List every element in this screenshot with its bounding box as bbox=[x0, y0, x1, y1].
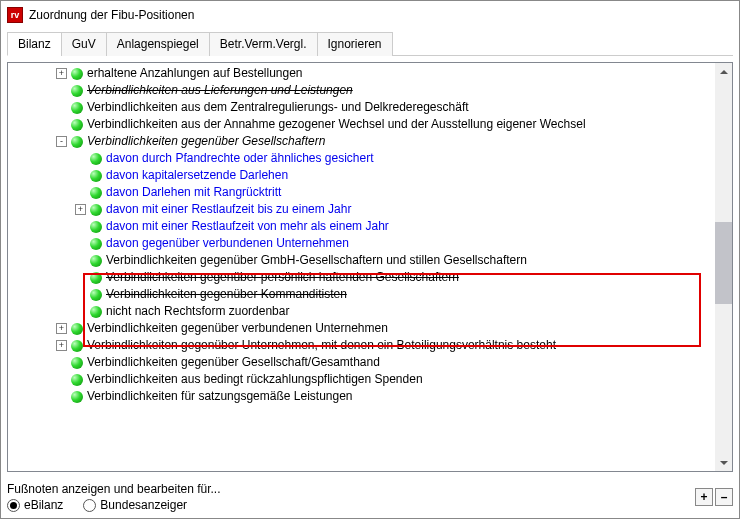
green-bullet-icon bbox=[71, 357, 83, 369]
expander-placeholder bbox=[75, 238, 86, 249]
footer-right: + – bbox=[695, 488, 733, 506]
titlebar: rv Zuordnung der Fibu-Positionen bbox=[1, 1, 739, 29]
tab-ignorieren[interactable]: Ignorieren bbox=[317, 32, 393, 56]
tree-row[interactable]: davon durch Pfandrechte oder ähnliches g… bbox=[8, 150, 715, 167]
tree-label: Verbindlichkeiten gegenüber Gesellschaft… bbox=[87, 354, 380, 371]
tree-row[interactable]: davon kapitalersetzende Darlehen bbox=[8, 167, 715, 184]
expander-placeholder bbox=[75, 255, 86, 266]
expander-placeholder bbox=[56, 374, 67, 385]
tree-label: davon Darlehen mit Rangrücktritt bbox=[106, 184, 281, 201]
scroll-up-button[interactable] bbox=[715, 63, 732, 80]
tab-anlagenspiegel[interactable]: Anlagenspiegel bbox=[106, 32, 210, 56]
green-bullet-icon bbox=[71, 68, 83, 80]
green-bullet-icon bbox=[71, 119, 83, 131]
expand-icon[interactable]: + bbox=[56, 68, 67, 79]
expander-placeholder bbox=[56, 391, 67, 402]
tab-betrvermvergl[interactable]: Betr.Verm.Vergl. bbox=[209, 32, 318, 56]
tree-row[interactable]: Verbindlichkeiten gegenüber GmbH-Gesells… bbox=[8, 252, 715, 269]
tab-bilanz[interactable]: Bilanz bbox=[7, 32, 62, 56]
tab-guv[interactable]: GuV bbox=[61, 32, 107, 56]
scroll-track[interactable] bbox=[715, 80, 732, 454]
green-bullet-icon bbox=[71, 323, 83, 335]
tree-row[interactable]: +Verbindlichkeiten gegenüber Unternehmen… bbox=[8, 337, 715, 354]
tree-label: erhaltene Anzahlungen auf Bestellungen bbox=[87, 65, 303, 82]
tree-row[interactable]: Verbindlichkeiten aus dem Zentralregulie… bbox=[8, 99, 715, 116]
green-bullet-icon bbox=[90, 255, 102, 267]
tree-row[interactable]: Verbindlichkeiten gegenüber Gesellschaft… bbox=[8, 354, 715, 371]
green-bullet-icon bbox=[71, 136, 83, 148]
tree-row[interactable]: davon mit einer Restlaufzeit von mehr al… bbox=[8, 218, 715, 235]
green-bullet-icon bbox=[90, 153, 102, 165]
tree-label: Verbindlichkeiten gegenüber Gesellschaft… bbox=[87, 133, 325, 150]
chevron-down-icon bbox=[720, 459, 728, 467]
expander-placeholder bbox=[75, 187, 86, 198]
tree-row[interactable]: Verbindlichkeiten gegenüber Kommanditist… bbox=[8, 286, 715, 303]
tree-label: nicht nach Rechtsform zuordenbar bbox=[106, 303, 289, 320]
expander-placeholder bbox=[56, 357, 67, 368]
radio-label: eBilanz bbox=[24, 498, 63, 512]
radio-dot-icon bbox=[7, 499, 20, 512]
green-bullet-icon bbox=[90, 204, 102, 216]
expander-placeholder bbox=[75, 289, 86, 300]
collapse-icon[interactable]: - bbox=[56, 136, 67, 147]
tree-label: davon kapitalersetzende Darlehen bbox=[106, 167, 288, 184]
green-bullet-icon bbox=[71, 391, 83, 403]
tab-bar: Bilanz GuV Anlagenspiegel Betr.Verm.Verg… bbox=[7, 31, 733, 56]
tree-row[interactable]: +erhaltene Anzahlungen auf Bestellungen bbox=[8, 65, 715, 82]
radio-label: Bundesanzeiger bbox=[100, 498, 187, 512]
tree-label: Verbindlichkeiten aus dem Zentralregulie… bbox=[87, 99, 469, 116]
radio-ebilanz[interactable]: eBilanz bbox=[7, 498, 63, 512]
vertical-scrollbar[interactable] bbox=[715, 63, 732, 471]
tree-label: Verbindlichkeiten für satzungsgemäße Lei… bbox=[87, 388, 353, 405]
tree-view[interactable]: +erhaltene Anzahlungen auf BestellungenV… bbox=[8, 63, 715, 471]
tree-row[interactable]: davon Darlehen mit Rangrücktritt bbox=[8, 184, 715, 201]
tree-label: Verbindlichkeiten gegenüber GmbH-Gesells… bbox=[106, 252, 527, 269]
chevron-up-icon bbox=[720, 68, 728, 76]
tree-row[interactable]: Verbindlichkeiten gegenüber persönlich h… bbox=[8, 269, 715, 286]
app-icon: rv bbox=[7, 7, 23, 23]
tree-label: davon mit einer Restlaufzeit von mehr al… bbox=[106, 218, 389, 235]
tree-label: Verbindlichkeiten aus Lieferungen und Le… bbox=[87, 82, 353, 99]
scroll-down-button[interactable] bbox=[715, 454, 732, 471]
tree-label: davon durch Pfandrechte oder ähnliches g… bbox=[106, 150, 374, 167]
expander-placeholder bbox=[56, 119, 67, 130]
green-bullet-icon bbox=[90, 272, 102, 284]
tree-row[interactable]: Verbindlichkeiten aus Lieferungen und Le… bbox=[8, 82, 715, 99]
tree-row[interactable]: +Verbindlichkeiten gegenüber verbundenen… bbox=[8, 320, 715, 337]
expand-icon[interactable]: + bbox=[56, 340, 67, 351]
tree-row[interactable]: nicht nach Rechtsform zuordenbar bbox=[8, 303, 715, 320]
window-title: Zuordnung der Fibu-Positionen bbox=[29, 8, 194, 22]
tree-row[interactable]: -Verbindlichkeiten gegenüber Gesellschaf… bbox=[8, 133, 715, 150]
green-bullet-icon bbox=[90, 221, 102, 233]
footer-label: Fußnoten anzeigen und bearbeiten für... bbox=[7, 482, 221, 496]
tree-label: Verbindlichkeiten aus bedingt rückzahlun… bbox=[87, 371, 423, 388]
scroll-thumb[interactable] bbox=[715, 222, 732, 304]
tree-container: +erhaltene Anzahlungen auf BestellungenV… bbox=[7, 62, 733, 472]
tree-label: Verbindlichkeiten gegenüber verbundenen … bbox=[87, 320, 388, 337]
green-bullet-icon bbox=[90, 289, 102, 301]
tree-row[interactable]: Verbindlichkeiten aus bedingt rückzahlun… bbox=[8, 371, 715, 388]
green-bullet-icon bbox=[71, 374, 83, 386]
tree-row[interactable]: +davon mit einer Restlaufzeit bis zu ein… bbox=[8, 201, 715, 218]
green-bullet-icon bbox=[90, 306, 102, 318]
tree-label: Verbindlichkeiten gegenüber persönlich h… bbox=[106, 269, 459, 286]
green-bullet-icon bbox=[71, 85, 83, 97]
expand-icon[interactable]: + bbox=[56, 323, 67, 334]
green-bullet-icon bbox=[90, 238, 102, 250]
plus-button[interactable]: + bbox=[695, 488, 713, 506]
footer-left: Fußnoten anzeigen und bearbeiten für... … bbox=[7, 482, 221, 512]
expand-icon[interactable]: + bbox=[75, 204, 86, 215]
expander-placeholder bbox=[56, 102, 67, 113]
minus-button[interactable]: – bbox=[715, 488, 733, 506]
tree-label: Verbindlichkeiten gegenüber Unternehmen,… bbox=[87, 337, 556, 354]
expander-placeholder bbox=[56, 85, 67, 96]
tree-row[interactable]: Verbindlichkeiten für satzungsgemäße Lei… bbox=[8, 388, 715, 405]
green-bullet-icon bbox=[90, 170, 102, 182]
tree-row[interactable]: davon gegenüber verbundenen Unternehmen bbox=[8, 235, 715, 252]
expander-placeholder bbox=[75, 170, 86, 181]
tree-label: davon mit einer Restlaufzeit bis zu eine… bbox=[106, 201, 351, 218]
tree-row[interactable]: Verbindlichkeiten aus der Annahme gezoge… bbox=[8, 116, 715, 133]
tree-label: davon gegenüber verbundenen Unternehmen bbox=[106, 235, 349, 252]
radio-dot-icon bbox=[83, 499, 96, 512]
radio-bundesanzeiger[interactable]: Bundesanzeiger bbox=[83, 498, 187, 512]
